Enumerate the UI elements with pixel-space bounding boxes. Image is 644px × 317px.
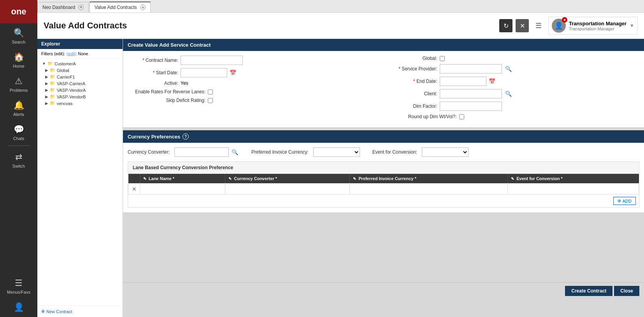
- enable-rates-label: Enable Rates For Reverse Lanes:: [128, 89, 205, 95]
- global-checkbox[interactable]: [440, 56, 445, 61]
- close-button[interactable]: ✕: [516, 19, 529, 32]
- form-group-service-provider: Service Provider: 🔍: [387, 64, 640, 74]
- form-section-contract: Create Value Add Service Contract Contra…: [123, 39, 644, 127]
- global-label: Global:: [387, 56, 437, 61]
- sidebar-item-search[interactable]: 🔍 Search: [0, 23, 37, 47]
- sidebar-item-problems-label: Problems: [10, 88, 28, 93]
- refresh-button[interactable]: ↻: [499, 19, 512, 32]
- edit-icon-converter: ✎: [228, 177, 232, 181]
- tree-item-vasp-carrierA[interactable]: ▶ 📁 VASP-CarrierA: [37, 80, 123, 87]
- tree-label-vasp-vendorA: VASP-VendorA: [57, 88, 86, 93]
- expand-icon-global: ▶: [45, 68, 48, 72]
- skip-deficit-checkbox[interactable]: [208, 98, 213, 103]
- create-contract-button[interactable]: Create Contract: [565, 286, 612, 296]
- end-date-calendar-button[interactable]: 📅: [489, 78, 495, 84]
- form-group-contract-name: Contract Name:: [128, 56, 381, 65]
- add-label: ADD: [623, 199, 632, 203]
- currency-section-header: Currency Preferences ?: [123, 130, 644, 143]
- menus-icon: ☰: [15, 278, 23, 288]
- form-footer: Create Contract Close: [123, 282, 644, 299]
- tab-value-add-contracts-label: Value Add Contracts: [95, 5, 137, 10]
- sidebar-item-user-avatar[interactable]: 👤: [0, 298, 37, 317]
- end-date-input[interactable]: [440, 77, 486, 86]
- folder-icon: 📁: [47, 61, 53, 66]
- start-date-calendar-button[interactable]: 📅: [230, 70, 236, 76]
- plus-circle-icon: ⊕: [618, 198, 621, 203]
- tree-label-vasp-carrierA: VASP-CarrierA: [57, 81, 85, 86]
- form-group-round-up: Round up Dim Wt/Vol?:: [387, 114, 640, 119]
- tree-label-global: Global: [57, 68, 69, 73]
- tree-label-carrierF1: CarrierF1: [57, 75, 75, 79]
- service-provider-search-button[interactable]: 🔍: [504, 65, 513, 73]
- skip-deficit-label: Skip Deficit Rating:: [128, 98, 205, 103]
- delete-row-button[interactable]: ✕: [132, 186, 137, 192]
- search-icon: 🔍: [14, 28, 24, 38]
- sidebar-divider: [7, 145, 30, 146]
- menu-button[interactable]: ☰: [532, 19, 545, 32]
- sidebar-item-alerts[interactable]: 🔔 Alerts: [0, 96, 37, 120]
- tree-item-carrierF1[interactable]: ▶ 📁 CarrierF1: [37, 74, 123, 80]
- tab-value-add-contracts-close[interactable]: ✕: [140, 5, 146, 10]
- sidebar-item-menus-favs[interactable]: ☰ Menus/Favs: [0, 273, 37, 298]
- sidebar-item-home[interactable]: 🏠 Home: [0, 47, 37, 72]
- sidebar-item-chats[interactable]: 💬 Chats: [0, 120, 37, 144]
- client-search-button[interactable]: 🔍: [504, 89, 513, 98]
- avatar: 👤 ★: [552, 19, 566, 33]
- folder-icon-vencvas: 📁: [50, 101, 55, 106]
- form-group-client: Client: 🔍: [387, 89, 640, 98]
- enable-rates-checkbox[interactable]: [208, 89, 213, 95]
- event-for-conversion-select[interactable]: [422, 147, 469, 157]
- currency-converter-search-button[interactable]: 🔍: [230, 148, 239, 156]
- expand-icon-vasp-vendorB: ▶: [45, 95, 48, 99]
- dim-factor-input[interactable]: [440, 102, 502, 111]
- header-actions: ↻ ✕ ☰ 👤 ★ Transportation Manager Transpo…: [499, 17, 638, 35]
- sidebar-item-switch[interactable]: ⇄ Switch: [0, 147, 37, 172]
- sidebar-item-problems[interactable]: ⚠ Problems: [0, 72, 37, 96]
- tree-item-customerA[interactable]: ▼ 📁 CustomerA: [37, 60, 123, 67]
- filters-edit-link[interactable]: (edit): [67, 51, 76, 56]
- add-button[interactable]: ⊕ ADD: [613, 197, 636, 205]
- plus-icon: ⊕: [41, 309, 45, 314]
- tree-item-vasp-vendorB[interactable]: ▶ 📁 VASP-VendorB: [37, 93, 123, 100]
- explorer-filters: Filters (edit): (edit) None: [37, 49, 123, 59]
- tree-item-vencvas[interactable]: ▶ 📁 vencvas: [37, 100, 123, 107]
- tree-item-vasp-vendorA[interactable]: ▶ 📁 VASP-VendorA: [37, 87, 123, 93]
- expand-icon-vencvas: ▶: [45, 101, 48, 105]
- start-date-input[interactable]: [181, 68, 227, 77]
- tab-neo-dashboard-label: Neo Dashboard: [42, 5, 75, 10]
- tree-item-global[interactable]: ▶ 📁 Global: [37, 67, 123, 74]
- switch-icon: ⇄: [15, 152, 22, 162]
- user-area[interactable]: 👤 ★ Transportation Manager Transportatio…: [548, 17, 638, 35]
- currency-body: Currency Converter: 🔍 Preferred Invoice …: [123, 143, 644, 212]
- expand-icon-vasp-vendorA: ▶: [45, 88, 48, 92]
- new-contract-link[interactable]: ⊕ New Contract: [41, 309, 119, 314]
- form-group-end-date: End Date: 📅: [387, 77, 640, 86]
- preferred-invoice-select[interactable]: [313, 147, 360, 157]
- contract-name-input[interactable]: [181, 56, 243, 65]
- chevron-down-icon: ▼: [630, 23, 634, 28]
- content-spacer: [123, 212, 644, 282]
- round-up-label: Round up Dim Wt/Vol?:: [387, 114, 457, 119]
- sidebar-item-chats-label: Chats: [13, 136, 25, 141]
- folder-icon-vasp-vendorA: 📁: [50, 88, 55, 93]
- table-cell-preferred-invoice: [350, 184, 508, 194]
- user-info: Transportation Manager Transportation Ma…: [569, 21, 626, 31]
- tab-neo-dashboard-close[interactable]: ✕: [78, 5, 84, 10]
- sidebar-item-alerts-label: Alerts: [13, 112, 24, 117]
- content-area: Explorer Filters (edit): (edit) None ▼ 📁…: [37, 39, 644, 317]
- service-provider-input[interactable]: [440, 64, 502, 74]
- avatar-icon: 👤: [14, 302, 24, 312]
- lane-table-header-delete: [128, 174, 140, 184]
- explorer-header: Explorer: [37, 39, 123, 49]
- warning-icon: ⚠: [15, 76, 23, 86]
- form-group-active: Active: Yes: [128, 81, 381, 86]
- client-input[interactable]: [440, 89, 502, 98]
- currency-converter-input[interactable]: [174, 147, 229, 157]
- form-two-col: Contract Name: Start Date: 📅 Active: Yes: [128, 56, 639, 123]
- tab-value-add-contracts[interactable]: Value Add Contracts ✕: [89, 2, 151, 12]
- help-icon[interactable]: ?: [182, 133, 189, 140]
- round-up-checkbox[interactable]: [459, 114, 464, 119]
- close-form-button[interactable]: Close: [614, 286, 639, 296]
- tab-neo-dashboard[interactable]: Neo Dashboard ✕: [37, 2, 89, 12]
- edit-icon-preferred: ✎: [353, 177, 356, 181]
